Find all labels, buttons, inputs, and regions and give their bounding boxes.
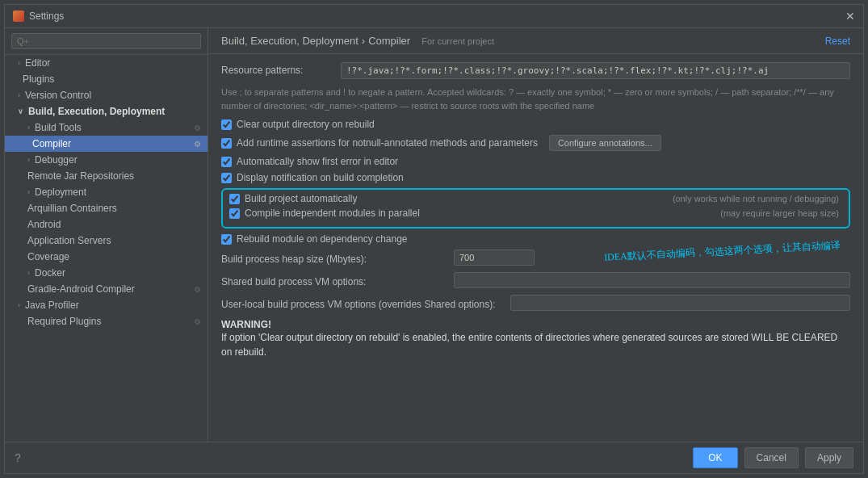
apply-button[interactable]: Apply [805, 447, 853, 468]
user-vm-label: User-local build process VM options (ove… [221, 296, 504, 310]
build-auto-checkbox[interactable] [229, 194, 240, 204]
search-box [5, 28, 208, 55]
sidebar-item-compiler[interactable]: Compiler ⚙ [5, 136, 208, 152]
sidebar-item-required-plugins[interactable]: Required Plugins ⚙ [5, 313, 208, 329]
sidebar-item-build-exec[interactable]: ∨ Build, Execution, Deployment [5, 103, 208, 120]
sidebar-item-arquillian[interactable]: Arquillian Containers [5, 200, 208, 216]
warning-text: If option 'Clear output directory on reb… [221, 330, 850, 359]
arrow-icon: › [27, 269, 30, 277]
breadcrumb-path: Build, Execution, Deployment [221, 35, 359, 47]
main-header: Build, Execution, Deployment › Compiler … [208, 28, 863, 54]
sidebar-item-label: Compiler [32, 138, 71, 149]
ok-button[interactable]: OK [693, 447, 737, 468]
sidebar-item-label: Java Profiler [25, 300, 79, 311]
sidebar-item-label: Debugger [35, 154, 78, 166]
arrow-icon: › [27, 188, 30, 196]
sidebar-item-plugins[interactable]: Plugins [5, 71, 208, 87]
resource-hint: Use ; to separate patterns and ! to nega… [221, 86, 850, 112]
heap-size-row: Build process heap size (Mbytes): [221, 249, 850, 266]
resource-patterns-row: Resource patterns: [221, 62, 850, 79]
bottom-bar: ? OK Cancel Apply [5, 442, 863, 473]
project-link[interactable]: For current project [421, 36, 494, 46]
sidebar-item-debugger[interactable]: › Debugger [5, 152, 208, 168]
arrow-icon: › [18, 59, 20, 67]
clear-output-checkbox[interactable] [221, 120, 232, 130]
runtime-assertions-checkbox[interactable] [221, 138, 232, 149]
cancel-button[interactable]: Cancel [744, 447, 799, 468]
configure-annotations-button[interactable]: Configure annotations... [549, 135, 661, 151]
sidebar-item-gradle-android[interactable]: Gradle-Android Compiler ⚙ [5, 281, 208, 297]
sidebar-item-label: Remote Jar Repositories [27, 170, 134, 182]
sidebar-item-version-control[interactable]: › Version Control [5, 87, 208, 103]
warning-title: WARNING! [221, 319, 850, 330]
shared-vm-label: Shared build process VM options: [221, 274, 447, 287]
sidebar: › Editor Plugins › Version Control ∨ Bui… [5, 28, 208, 442]
checkbox-clear-output: Clear output directory on rebuild [221, 119, 850, 130]
sidebar-item-android[interactable]: Android [5, 216, 208, 233]
resource-patterns-input[interactable] [341, 62, 850, 79]
sidebar-item-deployment[interactable]: › Deployment [5, 184, 208, 200]
breadcrumb: Build, Execution, Deployment › Compiler … [221, 35, 494, 47]
sidebar-item-app-servers[interactable]: Application Servers [5, 233, 208, 249]
sidebar-item-label: Build Tools [35, 122, 82, 133]
display-notification-label: Display notification on build completion [237, 172, 404, 183]
shared-vm-input[interactable] [454, 272, 850, 288]
checkbox-show-first-error: Automatically show first error in editor [221, 156, 850, 167]
show-first-error-label: Automatically show first error in editor [237, 156, 398, 167]
arrow-icon: › [27, 156, 30, 164]
checkbox-display-notification: Display notification on build completion [221, 172, 850, 183]
dialog-title: Settings [29, 10, 64, 22]
sidebar-item-label: Deployment [35, 187, 86, 198]
resource-patterns-label: Resource patterns: [221, 62, 334, 76]
shared-vm-row: Shared build process VM options: [221, 272, 850, 288]
checkbox-runtime-assertions: Add runtime assertions for notnull-annot… [221, 135, 850, 151]
rebuild-module-checkbox[interactable] [221, 234, 232, 245]
sidebar-item-label: Docker [35, 267, 65, 279]
sidebar-item-label: Android [27, 219, 61, 230]
help-icon[interactable]: ? [15, 451, 21, 464]
heap-size-input[interactable] [454, 249, 535, 266]
clear-output-label: Clear output directory on rebuild [237, 119, 375, 130]
checkbox-build-auto: Build project automatically (only works … [229, 193, 842, 204]
runtime-assertions-label: Add runtime assertions for notnull-annot… [237, 137, 538, 149]
user-vm-input[interactable] [510, 295, 850, 311]
sidebar-item-label: Application Servers [27, 235, 111, 246]
sidebar-item-label: Plugins [23, 73, 54, 85]
build-auto-label: Build project automatically [245, 193, 357, 204]
arrow-icon: › [27, 124, 30, 132]
reset-button[interactable]: Reset [825, 36, 850, 47]
build-auto-hint: (only works while not running / debuggin… [673, 194, 842, 203]
checkbox-rebuild-module: Rebuild module on dependency change [221, 233, 850, 245]
arrow-icon: ∨ [18, 107, 23, 115]
display-notification-checkbox[interactable] [221, 173, 232, 183]
sidebar-item-build-tools[interactable]: › Build Tools ⚙ [5, 120, 208, 136]
settings-dialog: Settings ✕ › Editor Plugins › Version Co… [4, 4, 864, 474]
checkbox-compile-parallel: Compile independent modules in parallel … [229, 208, 842, 219]
highlighted-section: Build project automatically (only works … [221, 188, 850, 229]
sidebar-item-editor[interactable]: › Editor [5, 55, 208, 71]
sidebar-item-coverage[interactable]: Coverage [5, 249, 208, 265]
dialog-body: › Editor Plugins › Version Control ∨ Bui… [5, 28, 863, 442]
breadcrumb-current: Compiler [368, 35, 410, 47]
rebuild-module-label: Rebuild module on dependency change [237, 233, 408, 245]
sidebar-item-remote-jar[interactable]: Remote Jar Repositories [5, 168, 208, 184]
sidebar-item-label: Version Control [25, 90, 91, 101]
show-first-error-checkbox[interactable] [221, 157, 232, 167]
form-body: Resource patterns: Use ; to separate pat… [208, 54, 863, 442]
user-vm-row: User-local build process VM options (ove… [221, 295, 850, 311]
search-input[interactable] [11, 33, 201, 49]
sidebar-item-label: Required Plugins [27, 316, 101, 327]
sidebar-item-docker[interactable]: › Docker [5, 265, 208, 281]
arrow-icon: › [18, 91, 20, 99]
arrow-icon: › [18, 301, 20, 309]
main-content: Build, Execution, Deployment › Compiler … [208, 28, 863, 442]
sidebar-item-java-profiler[interactable]: › Java Profiler [5, 297, 208, 313]
compile-parallel-checkbox[interactable] [229, 208, 240, 219]
sidebar-item-label: Gradle-Android Compiler [27, 283, 135, 295]
title-bar: Settings ✕ [5, 5, 863, 28]
sidebar-item-label: Coverage [27, 251, 69, 262]
compile-parallel-hint: (may require larger heap size) [720, 208, 842, 218]
close-button[interactable]: ✕ [845, 10, 855, 23]
app-icon [13, 10, 24, 22]
action-buttons: OK Cancel Apply [693, 447, 853, 468]
